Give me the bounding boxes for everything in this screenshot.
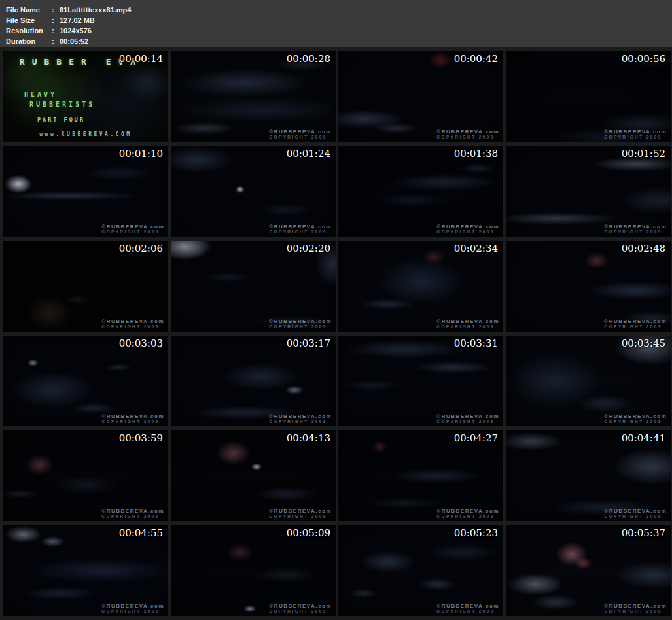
frame-timestamp: 00:00:28 [287, 53, 330, 65]
separator: : [52, 26, 60, 36]
watermark-site: ©RUBBEREVA.com [604, 129, 667, 135]
watermark-site: ©RUBBEREVA.com [436, 129, 499, 135]
frame-timestamp: 00:00:42 [454, 53, 498, 65]
thumbnail-grid: 00:00:14RUBBER EVAHEAVYRUBBERISTSPART FO… [0, 47, 672, 620]
watermark-site: ©RUBBEREVA.com [436, 319, 499, 324]
resolution-value: 1024x576 [60, 26, 92, 36]
copyright-watermark: ©RUBBEREVA.comCOPYRIGHT 2009 [436, 604, 499, 614]
copyright-watermark: ©RUBBEREVA.comCOPYRIGHT 2009 [269, 509, 332, 519]
copyright-watermark: ©RUBBEREVA.comCOPYRIGHT 2009 [436, 224, 499, 235]
watermark-year: COPYRIGHT 2009 [604, 230, 667, 235]
frame-timestamp: 00:04:27 [454, 432, 498, 444]
frame-timestamp: 00:03:45 [622, 337, 665, 349]
copyright-watermark: ©RUBBEREVA.comCOPYRIGHT 2009 [101, 604, 164, 614]
copyright-watermark: ©RUBBEREVA.comCOPYRIGHT 2009 [269, 414, 332, 424]
copyright-watermark: ©RUBBEREVA.comCOPYRIGHT 2009 [436, 509, 499, 519]
watermark-year: COPYRIGHT 2009 [436, 230, 499, 235]
file-name-row: File Name : 81Lattttttexxx81.mp4 [6, 5, 672, 15]
copyright-watermark: ©RUBBEREVA.comCOPYRIGHT 2009 [101, 224, 164, 235]
watermark-site: ©RUBBEREVA.com [436, 604, 499, 609]
video-thumbnail-frame: 00:00:14RUBBER EVAHEAVYRUBBERISTSPART FO… [3, 51, 168, 142]
watermark-site: ©RUBBEREVA.com [101, 604, 164, 609]
frame-timestamp: 00:01:52 [622, 148, 665, 160]
copyright-watermark: ©RUBBEREVA.comCOPYRIGHT 2009 [604, 604, 667, 614]
watermark-year: COPYRIGHT 2009 [269, 135, 332, 140]
video-thumbnail-frame: 00:01:52©RUBBEREVA.comCOPYRIGHT 2009 [506, 146, 671, 237]
watermark-site: ©RUBBEREVA.com [269, 509, 332, 514]
watermark-site: ©RUBBEREVA.com [604, 509, 667, 514]
frame-timestamp: 00:04:13 [287, 432, 330, 444]
file-size-value: 127.02 MB [60, 15, 95, 26]
watermark-year: COPYRIGHT 2009 [604, 135, 667, 140]
frame-timestamp: 00:03:17 [287, 337, 330, 349]
watermark-year: COPYRIGHT 2009 [101, 514, 164, 519]
video-contact-sheet: File Name : 81Lattttttexxx81.mp4 File Si… [0, 0, 672, 620]
video-thumbnail-frame: 00:03:45©RUBBEREVA.comCOPYRIGHT 2009 [506, 336, 671, 426]
file-size-label: File Size [6, 15, 52, 26]
file-info-header: File Name : 81Lattttttexxx81.mp4 File Si… [0, 0, 672, 47]
watermark-year: COPYRIGHT 2009 [604, 324, 667, 330]
part-label: PART FOUR [37, 116, 85, 123]
watermark-year: COPYRIGHT 2009 [604, 514, 667, 519]
watermark-year: COPYRIGHT 2009 [101, 609, 164, 614]
frame-timestamp: 00:01:24 [287, 148, 330, 160]
watermark-site: ©RUBBEREVA.com [604, 604, 667, 609]
video-thumbnail-frame: 00:02:48©RUBBEREVA.comCOPYRIGHT 2009 [506, 241, 671, 332]
watermark-year: COPYRIGHT 2009 [269, 419, 332, 424]
file-name-label: File Name [6, 5, 52, 15]
watermark-site: ©RUBBEREVA.com [269, 414, 332, 419]
frame-timestamp: 00:02:06 [119, 243, 163, 254]
video-thumbnail-frame: 00:02:20©RUBBEREVA.comCOPYRIGHT 2009 [171, 241, 336, 332]
watermark-year: COPYRIGHT 2009 [436, 609, 499, 614]
copyright-watermark: ©RUBBEREVA.comCOPYRIGHT 2009 [436, 414, 499, 424]
website-url: www.RUBBEREVA.COM [3, 131, 168, 137]
copyright-watermark: ©RUBBEREVA.comCOPYRIGHT 2009 [269, 129, 332, 140]
file-size-row: File Size : 127.02 MB [6, 15, 672, 26]
duration-label: Duration [6, 36, 52, 46]
copyright-watermark: ©RUBBEREVA.comCOPYRIGHT 2009 [101, 414, 164, 424]
watermark-site: ©RUBBEREVA.com [604, 414, 667, 419]
watermark-site: ©RUBBEREVA.com [101, 224, 164, 230]
copyright-watermark: ©RUBBEREVA.comCOPYRIGHT 2009 [604, 414, 667, 424]
watermark-year: COPYRIGHT 2009 [269, 514, 332, 519]
frame-timestamp: 00:02:48 [622, 243, 665, 254]
copyright-watermark: ©RUBBEREVA.comCOPYRIGHT 2009 [604, 509, 667, 519]
video-thumbnail-frame: 00:02:06©RUBBEREVA.comCOPYRIGHT 2009 [3, 241, 168, 332]
video-thumbnail-frame: 00:01:24©RUBBEREVA.comCOPYRIGHT 2009 [171, 146, 336, 237]
separator: : [52, 15, 60, 26]
watermark-year: COPYRIGHT 2009 [101, 419, 164, 424]
frame-timestamp: 00:00:56 [622, 53, 665, 65]
video-thumbnail-frame: 00:00:56©RUBBEREVA.comCOPYRIGHT 2009 [506, 51, 671, 142]
video-thumbnail-frame: 00:01:38©RUBBEREVA.comCOPYRIGHT 2009 [338, 146, 503, 237]
watermark-year: COPYRIGHT 2009 [436, 419, 499, 424]
watermark-site: ©RUBBEREVA.com [269, 129, 332, 135]
subtitle-rubberists: RUBBERISTS [29, 101, 95, 108]
video-thumbnail-frame: 00:05:23©RUBBEREVA.comCOPYRIGHT 2009 [338, 525, 503, 616]
video-thumbnail-frame: 00:03:59©RUBBEREVA.comCOPYRIGHT 2009 [3, 430, 168, 521]
duration-value: 00:05:52 [60, 36, 88, 46]
watermark-year: COPYRIGHT 2009 [436, 324, 499, 330]
watermark-site: ©RUBBEREVA.com [436, 509, 499, 514]
frame-timestamp: 00:01:10 [119, 148, 163, 160]
watermark-site: ©RUBBEREVA.com [604, 224, 667, 230]
video-thumbnail-frame: 00:04:27©RUBBEREVA.comCOPYRIGHT 2009 [338, 430, 503, 521]
copyright-watermark: ©RUBBEREVA.comCOPYRIGHT 2009 [101, 319, 164, 330]
video-thumbnail-frame: 00:03:17©RUBBEREVA.comCOPYRIGHT 2009 [171, 336, 336, 426]
video-thumbnail-frame: 00:04:13©RUBBEREVA.comCOPYRIGHT 2009 [171, 430, 336, 521]
video-thumbnail-frame: 00:00:42©RUBBEREVA.comCOPYRIGHT 2009 [338, 51, 503, 142]
watermark-year: COPYRIGHT 2009 [269, 230, 332, 235]
frame-timestamp: 00:05:37 [622, 527, 665, 539]
watermark-site: ©RUBBEREVA.com [101, 319, 164, 324]
frame-timestamp: 00:04:55 [119, 527, 163, 539]
resolution-row: Resolution : 1024x576 [6, 26, 672, 36]
copyright-watermark: ©RUBBEREVA.comCOPYRIGHT 2009 [604, 224, 667, 235]
frame-timestamp: 00:05:09 [287, 527, 330, 539]
video-thumbnail-frame: 00:05:09©RUBBEREVA.comCOPYRIGHT 2009 [171, 525, 336, 616]
watermark-site: ©RUBBEREVA.com [269, 319, 332, 324]
watermark-site: ©RUBBEREVA.com [269, 224, 332, 230]
duration-row: Duration : 00:05:52 [6, 36, 672, 46]
copyright-watermark: ©RUBBEREVA.comCOPYRIGHT 2009 [101, 509, 164, 519]
subtitle-heavy: HEAVY [24, 91, 57, 98]
frame-timestamp: 00:03:59 [119, 432, 163, 444]
resolution-label: Resolution [6, 26, 52, 36]
